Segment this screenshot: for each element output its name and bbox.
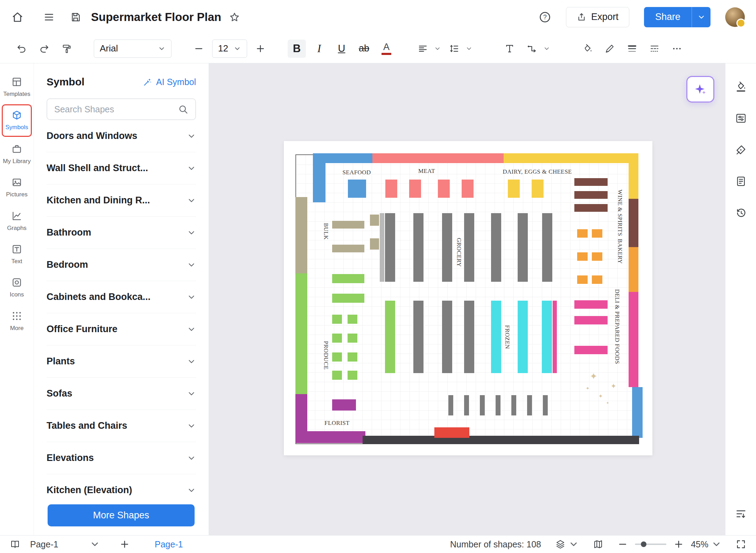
add-page-button[interactable] [115, 538, 134, 551]
floorplan-shape[interactable] [542, 301, 552, 373]
floorplan-label[interactable]: MEAT [418, 168, 435, 175]
floorplan-shape[interactable] [370, 238, 379, 250]
minimap-icon[interactable] [593, 539, 603, 550]
floorplan-label[interactable]: GROCERY [455, 238, 462, 267]
floorplan-shape[interactable] [518, 213, 528, 282]
sidebar-item-templates[interactable]: Templates [2, 71, 32, 103]
font-size-increase-button[interactable] [251, 40, 270, 58]
page-select[interactable]: Page-1 [30, 539, 100, 550]
redo-button[interactable] [35, 40, 53, 58]
connector-tool-button[interactable] [523, 40, 541, 58]
style-pen-icon[interactable] [735, 144, 747, 156]
symbol-category-row[interactable]: Sofas [47, 378, 196, 410]
symbol-category-row[interactable]: Wall Shell and Struct... [47, 152, 196, 184]
floorplan-shape[interactable] [348, 352, 357, 362]
floorplan-shape[interactable] [632, 387, 643, 438]
floorplan-shape[interactable] [508, 180, 520, 198]
floorplan-shape[interactable] [442, 301, 452, 373]
floorplan-shape[interactable] [332, 315, 342, 324]
symbol-category-row[interactable]: Tables and Chairs [47, 410, 196, 442]
layers-control[interactable] [555, 539, 579, 550]
more-options-button[interactable] [668, 40, 686, 58]
floorplan-label[interactable]: FROZEN [504, 325, 511, 349]
floorplan-shape[interactable] [462, 180, 474, 198]
floorplan-shape[interactable] [577, 229, 588, 238]
floorplan-shape[interactable] [380, 213, 384, 282]
floorplan-label[interactable]: BULK [322, 223, 329, 240]
undo-button[interactable] [13, 40, 31, 58]
strikethrough-button[interactable]: ab [355, 40, 373, 58]
floorplan-shape[interactable] [577, 275, 588, 284]
floorplan-shape[interactable] [491, 213, 501, 282]
sidebar-item-icons[interactable]: Icons [2, 272, 32, 303]
zoom-level-select[interactable]: 45% [691, 539, 722, 550]
share-button[interactable]: Share [644, 7, 692, 27]
floorplan-shape[interactable] [332, 221, 364, 229]
floorplan-shape[interactable] [629, 153, 638, 199]
line-spacing-button[interactable] [445, 40, 463, 58]
more-shapes-button[interactable]: More Shapes [48, 504, 195, 526]
document-title[interactable]: Supermarket Floor Plan [91, 10, 221, 24]
floorplan-shape[interactable] [385, 213, 395, 282]
font-color-button[interactable]: A [377, 40, 396, 58]
floorplan-shape[interactable] [480, 395, 485, 415]
floorplan-shape[interactable] [504, 153, 629, 163]
floorplan-shape[interactable] [543, 395, 548, 415]
underline-button[interactable]: U [332, 40, 351, 58]
decoration-sparkle[interactable]: ✦ [586, 386, 590, 391]
chevron-down-icon[interactable] [543, 45, 550, 52]
search-icon[interactable] [178, 104, 188, 114]
user-avatar[interactable] [725, 7, 745, 27]
symbol-category-row[interactable]: Plants [47, 345, 196, 378]
sidebar-item-pictures[interactable]: Pictures [2, 172, 32, 203]
floorplan-shape[interactable] [295, 273, 307, 394]
pages-panel-icon[interactable] [10, 539, 20, 550]
font-size-decrease-button[interactable] [190, 40, 208, 58]
canvas-area[interactable]: SEAFOODMEATDAIRY, EGGS & CHEESEBULKGROCE… [209, 63, 725, 535]
zoom-slider[interactable] [635, 544, 666, 545]
floorplan-shape[interactable] [313, 153, 372, 163]
symbol-category-row[interactable]: Cabinets and Bookca... [47, 281, 196, 313]
chevron-down-icon[interactable] [434, 45, 441, 52]
floorplan-label[interactable]: SEAFOOD [342, 169, 371, 176]
symbol-category-row[interactable]: Bathroom [47, 217, 196, 249]
home-icon[interactable] [11, 11, 24, 23]
floorplan-shape[interactable] [491, 301, 501, 373]
decoration-sparkle[interactable]: ✦ [598, 393, 603, 399]
symbol-category-row[interactable]: Elevations [47, 442, 196, 474]
page-tab[interactable]: Page-1 [155, 539, 183, 550]
italic-button[interactable]: I [310, 40, 328, 58]
share-dropdown-button[interactable] [692, 7, 710, 27]
floorplan-shape[interactable] [629, 292, 638, 387]
text-align-button[interactable] [414, 40, 432, 58]
decoration-sparkle[interactable]: ✦ [606, 401, 609, 405]
floorplan-shape[interactable] [332, 352, 342, 362]
fullscreen-icon[interactable] [736, 539, 746, 550]
notes-icon[interactable] [735, 175, 747, 187]
canvas-page[interactable]: SEAFOODMEATDAIRY, EGGS & CHEESEBULKGROCE… [284, 141, 652, 455]
floorplan-shape[interactable] [574, 178, 608, 186]
outline-list-icon[interactable] [735, 508, 747, 520]
help-icon[interactable]: ? [539, 11, 551, 23]
floorplan-shape[interactable] [348, 180, 366, 198]
floorplan-shape[interactable] [629, 199, 638, 247]
floorplan-shape[interactable] [574, 346, 608, 354]
ai-symbol-link[interactable]: AI Symbol [143, 77, 196, 87]
floorplan-shape[interactable] [413, 301, 424, 373]
floorplan-shape[interactable] [464, 213, 474, 282]
search-input[interactable] [54, 104, 178, 114]
ai-assistant-button[interactable] [686, 76, 714, 103]
floorplan-shape[interactable] [592, 252, 602, 261]
floorplan-shape[interactable] [448, 395, 453, 415]
floorplan-shape[interactable] [413, 213, 424, 282]
floorplan-label[interactable]: DAIRY, EGGS & CHEESE [503, 168, 572, 175]
sidebar-item-graphs[interactable]: Graphs [2, 205, 32, 237]
floorplan-shape[interactable] [527, 395, 532, 415]
floorplan-shape[interactable] [532, 180, 544, 198]
floorplan-shape[interactable] [574, 204, 608, 212]
history-icon[interactable] [735, 207, 747, 219]
floorplan-shape[interactable] [385, 301, 395, 373]
font-family-select[interactable]: Arial [94, 40, 172, 58]
floorplan-shape[interactable] [332, 245, 364, 252]
floorplan-shape[interactable] [313, 163, 326, 202]
